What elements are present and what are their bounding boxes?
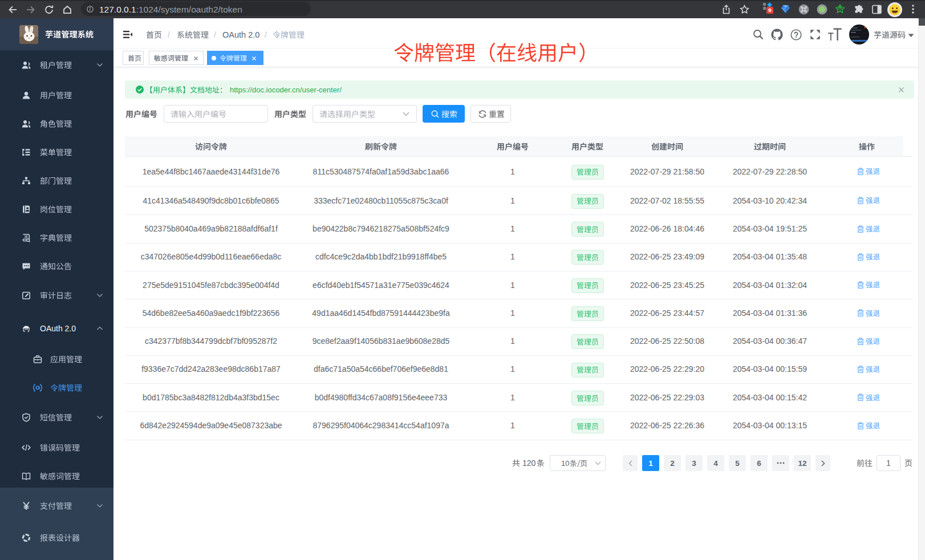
svg-text:9: 9 [768,7,771,13]
